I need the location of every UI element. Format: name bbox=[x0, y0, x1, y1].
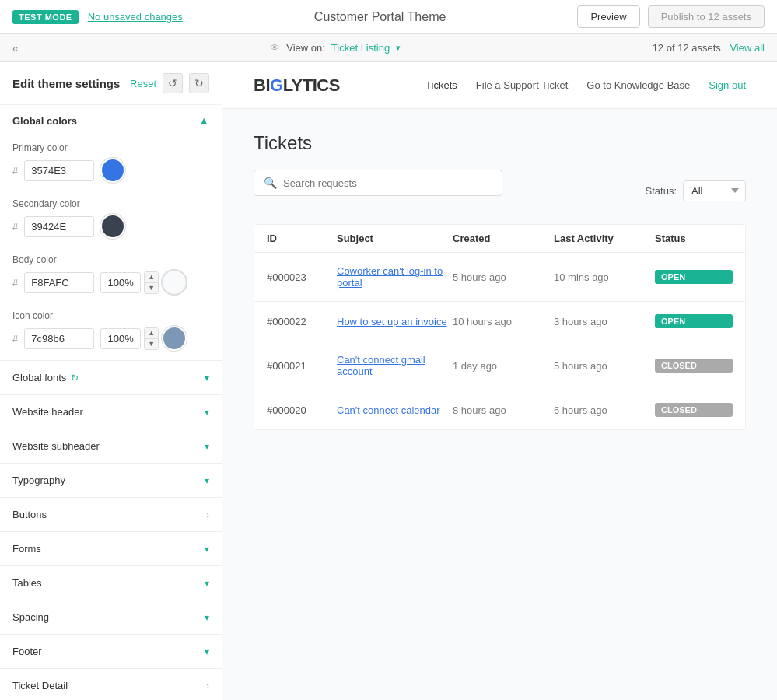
col-header-id: ID bbox=[267, 233, 337, 244]
view-link[interactable]: Ticket Listing bbox=[331, 42, 390, 54]
status-badge: CLOSED bbox=[655, 403, 733, 417]
nav-link-file-ticket[interactable]: File a Support Ticket bbox=[476, 79, 569, 91]
nav-link-sign-out[interactable]: Sign out bbox=[709, 79, 746, 91]
table-row: #000023 Coworker can't log-in to portal … bbox=[254, 253, 745, 302]
redo-button[interactable]: ↻ bbox=[189, 73, 209, 93]
body-color-input[interactable] bbox=[24, 272, 94, 293]
status-select[interactable]: All Open Closed bbox=[683, 180, 746, 201]
ticket-subject[interactable]: How to set up an invoice bbox=[337, 316, 453, 327]
icon-color-swatch[interactable] bbox=[162, 326, 187, 351]
ticket-last-activity: 3 hours ago bbox=[554, 316, 655, 327]
table-row: #000021 Can't connect gmail account 1 da… bbox=[254, 341, 745, 390]
undo-button[interactable]: ↺ bbox=[163, 73, 183, 93]
logo-accent: G bbox=[270, 75, 283, 95]
publish-button[interactable]: Publish to 12 assets bbox=[648, 5, 765, 28]
ticket-subject[interactable]: Can't connect calendar bbox=[337, 404, 453, 416]
refresh-icon: ↻ bbox=[71, 373, 79, 383]
sidebar-item-global-fonts[interactable]: Global fonts ↻ ▾ bbox=[0, 361, 222, 395]
ticket-id: #000022 bbox=[267, 316, 337, 327]
secondary-color-field: Secondary color # bbox=[0, 192, 222, 248]
icon-color-row: # ▲ ▼ bbox=[12, 326, 209, 351]
sidebar-item-website-subheader[interactable]: Website subheader ▾ bbox=[0, 429, 222, 464]
opacity-down-button[interactable]: ▼ bbox=[145, 283, 158, 293]
sidebar-item-label: Buttons bbox=[12, 509, 47, 520]
secondary-color-input[interactable] bbox=[24, 216, 94, 237]
chevron-up-icon: ▲ bbox=[198, 114, 209, 127]
col-header-last-activity: Last Activity bbox=[554, 233, 655, 244]
ticket-created: 1 day ago bbox=[453, 360, 554, 372]
asset-count: 12 of 12 assets bbox=[653, 42, 721, 54]
sidebar-item-forms[interactable]: Forms ▾ bbox=[0, 532, 222, 566]
ticket-id: #000023 bbox=[267, 271, 337, 283]
main-layout: Edit theme settings Reset ↺ ↻ Global col… bbox=[0, 62, 777, 700]
chevron-down-icon: ▾ bbox=[205, 646, 209, 657]
nav-link-knowledge-base[interactable]: Go to Knowledge Base bbox=[586, 79, 690, 91]
sidebar-item-footer[interactable]: Footer ▾ bbox=[0, 635, 222, 669]
sidebar-item-buttons[interactable]: Buttons › bbox=[0, 498, 222, 532]
top-bar-left: TEST MODE No unsaved changes bbox=[12, 10, 183, 24]
search-icon: 🔍 bbox=[264, 177, 277, 189]
hash-prefix-3: # bbox=[12, 277, 18, 289]
sidebar-item-typography[interactable]: Typography ▾ bbox=[0, 464, 222, 498]
ticket-last-activity: 6 hours ago bbox=[554, 404, 655, 416]
sidebar-item-tables[interactable]: Tables ▾ bbox=[0, 566, 222, 600]
chevron-down-icon: ▾ bbox=[205, 544, 209, 555]
chevron-down-icon: ▾ bbox=[205, 441, 209, 452]
body-color-swatch[interactable] bbox=[162, 270, 187, 295]
sidebar: Edit theme settings Reset ↺ ↻ Global col… bbox=[0, 62, 222, 700]
status-badge: CLOSED bbox=[655, 359, 733, 373]
top-bar-right: Preview Publish to 12 assets bbox=[577, 5, 765, 28]
chevron-down-icon: ▾ bbox=[205, 373, 209, 383]
ticket-subject[interactable]: Can't connect gmail account bbox=[337, 354, 453, 377]
sidebar-item-label: Ticket Detail bbox=[12, 680, 68, 691]
chevron-down-icon[interactable]: ▾ bbox=[396, 43, 401, 53]
icon-opacity-down-button[interactable]: ▼ bbox=[145, 339, 158, 349]
ticket-id: #000020 bbox=[267, 404, 337, 416]
logo-text: BIGLYTICS bbox=[254, 75, 340, 96]
portal-header: BIGLYTICS Tickets File a Support Ticket … bbox=[222, 62, 777, 109]
sidebar-item-spacing[interactable]: Spacing ▾ bbox=[0, 600, 222, 635]
icon-color-label: Icon color bbox=[12, 310, 209, 321]
nav-link-tickets[interactable]: Tickets bbox=[425, 79, 457, 91]
sidebar-item-label: Website subheader bbox=[12, 440, 100, 452]
status-badge: OPEN bbox=[655, 270, 733, 284]
page-title: Customer Portal Theme bbox=[314, 10, 446, 24]
no-unsaved-link[interactable]: No unsaved changes bbox=[88, 11, 183, 23]
sidebar-item-ticket-detail[interactable]: Ticket Detail › bbox=[0, 669, 222, 700]
eye-icon: 👁 bbox=[270, 42, 280, 54]
primary-color-swatch[interactable] bbox=[100, 158, 125, 183]
sidebar-actions: Reset ↺ ↻ bbox=[130, 73, 209, 93]
view-all-link[interactable]: View all bbox=[730, 42, 765, 54]
tickets-table: ID Subject Created Last Activity Status … bbox=[254, 224, 746, 430]
portal-page-title: Tickets bbox=[254, 132, 746, 154]
icon-opacity-up-button[interactable]: ▲ bbox=[145, 328, 158, 339]
ticket-id: #000021 bbox=[267, 360, 337, 372]
ticket-last-activity: 10 mins ago bbox=[554, 271, 655, 283]
icon-color-input[interactable] bbox=[24, 328, 94, 349]
ticket-last-activity: 5 hours ago bbox=[554, 360, 655, 372]
sidebar-item-website-header[interactable]: Website header ▾ bbox=[0, 395, 222, 429]
body-color-label: Body color bbox=[12, 254, 209, 265]
col-header-status: Status bbox=[655, 233, 733, 244]
global-colors-section: Global colors ▲ Primary color # Secondar… bbox=[0, 105, 222, 361]
collapse-button[interactable]: « bbox=[12, 42, 19, 54]
secondary-color-label: Secondary color bbox=[12, 198, 209, 209]
body-opacity-stepper: ▲ ▼ bbox=[144, 271, 159, 294]
table-row: #000020 Can't connect calendar 8 hours a… bbox=[254, 390, 745, 429]
secondary-color-swatch[interactable] bbox=[100, 214, 125, 239]
body-color-field: Body color # ▲ ▼ bbox=[0, 248, 222, 304]
portal-logo: BIGLYTICS bbox=[254, 75, 340, 96]
col-header-subject: Subject bbox=[337, 233, 453, 244]
opacity-up-button[interactable]: ▲ bbox=[145, 272, 158, 283]
icon-opacity-input[interactable] bbox=[100, 328, 141, 349]
body-opacity-input[interactable] bbox=[100, 272, 141, 293]
primary-color-input[interactable] bbox=[24, 160, 94, 181]
ticket-subject[interactable]: Coworker can't log-in to portal bbox=[337, 265, 453, 289]
preview-button[interactable]: Preview bbox=[577, 5, 639, 28]
global-colors-header[interactable]: Global colors ▲ bbox=[0, 105, 222, 136]
search-input[interactable] bbox=[283, 177, 492, 189]
ticket-created: 8 hours ago bbox=[453, 404, 554, 416]
portal-nav: Tickets File a Support Ticket Go to Know… bbox=[425, 79, 746, 91]
col-header-created: Created bbox=[453, 233, 554, 244]
reset-button[interactable]: Reset bbox=[130, 78, 156, 89]
